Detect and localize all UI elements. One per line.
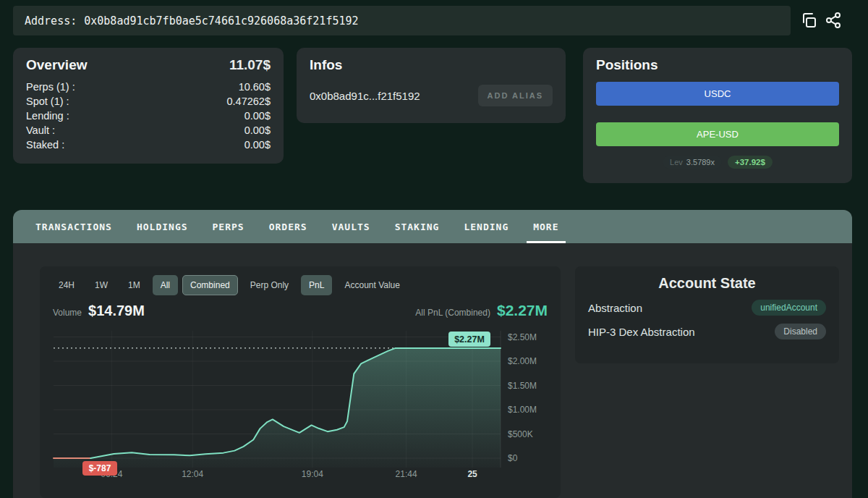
svg-text:$500K: $500K xyxy=(508,429,533,439)
leverage-label: Lev xyxy=(670,158,683,166)
positions-title: Positions xyxy=(596,57,839,73)
main-panel: TRANSACTIONSHOLDINGSPERPSORDERSVAULTSSTA… xyxy=(13,210,852,498)
account-state-card: Account State AbstractionunifiedAccountH… xyxy=(575,266,839,363)
account-state-badge: unifiedAccount xyxy=(752,300,826,316)
account-state-badge: Disabled xyxy=(775,324,826,339)
address-label: Address: xyxy=(25,14,77,28)
svg-text:25: 25 xyxy=(467,469,477,479)
svg-text:$2.00M: $2.00M xyxy=(508,356,537,366)
tab-perps[interactable]: PERPS xyxy=(200,210,257,243)
tab-transactions[interactable]: TRANSACTIONS xyxy=(23,210,124,243)
tab-staking[interactable]: STAKING xyxy=(383,210,452,243)
volume-value: $14.79M xyxy=(88,303,145,319)
svg-text:12:04: 12:04 xyxy=(182,469,203,479)
svg-text:$-787: $-787 xyxy=(89,463,111,473)
account-state-label: Abstraction xyxy=(588,302,642,314)
position-asset-button[interactable]: APE-USD xyxy=(596,122,839,146)
svg-text:$2.27M: $2.27M xyxy=(454,334,485,345)
leverage-badge: Lev3.5789x xyxy=(663,156,722,169)
position-buttons: USDCAPE-USD xyxy=(596,82,839,146)
tab-orders[interactable]: ORDERS xyxy=(257,210,320,243)
overview-row-label: Lending : xyxy=(26,109,69,123)
position-asset-button[interactable]: USDC xyxy=(596,82,839,106)
svg-text:$0: $0 xyxy=(508,453,518,463)
volume-label: Volume xyxy=(53,308,82,318)
overview-row: Perps (1) :10.60$ xyxy=(26,80,271,94)
account-state-row: HIP-3 Dex AbstractionDisabled xyxy=(588,324,826,339)
pnl-chart-card: 24H1W1MAllCombinedPerp OnlyPnLAccount Va… xyxy=(40,266,561,498)
overview-row: Lending :0.00$ xyxy=(26,109,271,123)
chart-control-perp-only[interactable]: Perp Only xyxy=(242,275,297,295)
leverage-value: 3.5789x xyxy=(686,158,715,166)
address-bar: Address: 0x0b8ad91cb7fb0ae5c74661c926068… xyxy=(13,6,791,35)
overview-row-label: Vault : xyxy=(26,123,55,138)
pnl-chart: $2.50M$2.00M$1.50M$1.00M$500K$006:2412:0… xyxy=(51,322,550,484)
account-state-row: AbstractionunifiedAccount xyxy=(588,300,826,316)
overview-row-label: Perps (1) : xyxy=(26,80,75,94)
add-alias-button[interactable]: ADD ALIAS xyxy=(478,85,553,106)
infos-title: Infos xyxy=(310,57,553,73)
chart-control-24h[interactable]: 24H xyxy=(51,275,82,295)
share-icon[interactable] xyxy=(823,10,843,30)
account-state-title: Account State xyxy=(588,275,826,292)
overview-row-value: 10.60$ xyxy=(239,80,271,94)
infos-card: Infos 0x0b8ad91c...f21f5192 ADD ALIAS xyxy=(297,48,566,123)
svg-text:19:04: 19:04 xyxy=(302,469,323,479)
overview-row-label: Spot (1) : xyxy=(26,94,69,109)
positions-card: Positions USDCAPE-USD Lev3.5789x +37.92$ xyxy=(583,48,852,183)
chart-control-all[interactable]: All xyxy=(153,275,178,295)
overview-row-value: 0.47262$ xyxy=(227,94,271,109)
svg-text:$1.00M: $1.00M xyxy=(508,405,537,415)
overview-row-value: 0.00$ xyxy=(244,138,271,152)
chart-control-1w[interactable]: 1W xyxy=(87,275,116,295)
all-pnl-label: All PnL (Combined) xyxy=(415,308,490,318)
copy-icon[interactable] xyxy=(799,10,819,30)
overview-row-value: 0.00$ xyxy=(244,123,271,138)
svg-text:$1.50M: $1.50M xyxy=(508,381,537,391)
overview-row: Spot (1) :0.47262$ xyxy=(26,94,271,109)
chart-controls: 24H1W1MAllCombinedPerp OnlyPnLAccount Va… xyxy=(51,275,550,295)
overview-row-label: Staked : xyxy=(26,138,64,152)
overview-row: Staked :0.00$ xyxy=(26,138,271,152)
tab-more[interactable]: MORE xyxy=(521,210,571,243)
chart-control-pnl[interactable]: PnL xyxy=(301,275,332,295)
overview-row: Vault :0.00$ xyxy=(26,123,271,138)
chart-control-combined[interactable]: Combined xyxy=(182,275,238,295)
overview-card: Overview 11.07$ Perps (1) :10.60$Spot (1… xyxy=(13,48,284,164)
overview-row-value: 0.00$ xyxy=(244,109,271,123)
overview-total: 11.07$ xyxy=(229,57,271,73)
overview-title: Overview xyxy=(26,57,88,73)
tab-lending[interactable]: LENDING xyxy=(451,210,521,243)
position-pnl-badge: +37.92$ xyxy=(728,156,773,169)
all-pnl-value: $2.27M xyxy=(497,302,548,319)
account-state-rows: AbstractionunifiedAccountHIP-3 Dex Abstr… xyxy=(588,300,826,339)
tab-holdings[interactable]: HOLDINGS xyxy=(124,210,200,243)
short-address: 0x0b8ad91c...f21f5192 xyxy=(310,90,420,102)
chart-control-account-value[interactable]: Account Value xyxy=(336,275,408,295)
chart-control-1m[interactable]: 1M xyxy=(120,275,148,295)
address-value: 0x0b8ad91cb7fb0ae5c74661c926068a36f21f51… xyxy=(84,14,358,28)
svg-text:$2.50M: $2.50M xyxy=(508,332,537,342)
svg-text:21:44: 21:44 xyxy=(396,469,417,479)
tab-bar: TRANSACTIONSHOLDINGSPERPSORDERSVAULTSSTA… xyxy=(13,210,852,243)
overview-rows: Perps (1) :10.60$Spot (1) :0.47262$Lendi… xyxy=(26,80,271,152)
tab-vaults[interactable]: VAULTS xyxy=(320,210,383,243)
account-state-label: HIP-3 Dex Abstraction xyxy=(588,326,695,338)
